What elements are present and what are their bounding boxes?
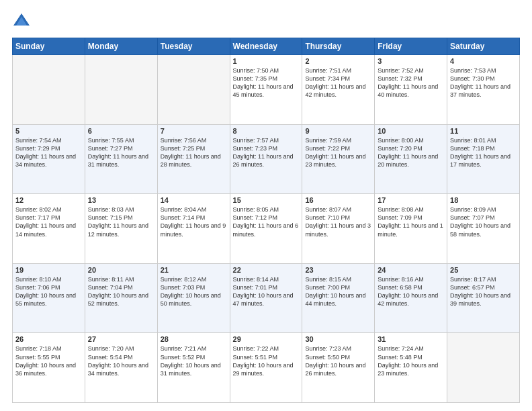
day-number: 17 xyxy=(378,196,444,204)
day-info: Sunrise: 8:08 AM Sunset: 7:09 PM Dayligh… xyxy=(378,205,444,238)
day-number: 31 xyxy=(378,335,444,343)
calendar-cell: 17Sunrise: 8:08 AM Sunset: 7:09 PM Dayli… xyxy=(375,194,447,264)
logo xyxy=(12,12,34,31)
calendar-cell: 23Sunrise: 8:15 AM Sunset: 7:00 PM Dayli… xyxy=(302,263,375,333)
day-info: Sunrise: 7:57 AM Sunset: 7:23 PM Dayligh… xyxy=(233,136,300,169)
day-number: 26 xyxy=(15,335,82,343)
day-number: 27 xyxy=(88,335,154,343)
calendar-cell: 29Sunrise: 7:22 AM Sunset: 5:51 PM Dayli… xyxy=(230,333,302,403)
day-info: Sunrise: 8:05 AM Sunset: 7:12 PM Dayligh… xyxy=(233,205,300,238)
calendar-cell: 20Sunrise: 8:11 AM Sunset: 7:04 PM Dayli… xyxy=(85,263,157,333)
day-info: Sunrise: 7:56 AM Sunset: 7:25 PM Dayligh… xyxy=(161,136,227,169)
calendar-cell: 2Sunrise: 7:51 AM Sunset: 7:34 PM Daylig… xyxy=(302,55,375,125)
day-number: 4 xyxy=(450,57,517,65)
day-info: Sunrise: 8:03 AM Sunset: 7:15 PM Dayligh… xyxy=(88,205,154,238)
calendar-cell: 28Sunrise: 7:21 AM Sunset: 5:52 PM Dayli… xyxy=(157,333,230,403)
calendar-cell: 5Sunrise: 7:54 AM Sunset: 7:29 PM Daylig… xyxy=(13,124,85,194)
day-number: 12 xyxy=(15,196,82,204)
day-number: 22 xyxy=(233,266,300,274)
calendar-cell: 30Sunrise: 7:23 AM Sunset: 5:50 PM Dayli… xyxy=(302,333,375,403)
day-number: 29 xyxy=(233,335,300,343)
calendar-cell: 18Sunrise: 8:09 AM Sunset: 7:07 PM Dayli… xyxy=(447,194,520,264)
day-number: 16 xyxy=(305,196,371,204)
day-number: 20 xyxy=(88,266,154,274)
weekday-header: Wednesday xyxy=(230,38,302,55)
day-info: Sunrise: 7:22 AM Sunset: 5:51 PM Dayligh… xyxy=(233,345,300,377)
day-number: 5 xyxy=(15,127,82,135)
day-number: 28 xyxy=(161,335,227,343)
day-number: 19 xyxy=(15,266,82,274)
day-info: Sunrise: 8:12 AM Sunset: 7:03 PM Dayligh… xyxy=(161,275,227,308)
weekday-header: Sunday xyxy=(13,38,85,55)
day-info: Sunrise: 7:50 AM Sunset: 7:35 PM Dayligh… xyxy=(233,66,300,99)
day-info: Sunrise: 7:52 AM Sunset: 7:32 PM Dayligh… xyxy=(378,66,444,99)
weekday-header: Monday xyxy=(85,38,157,55)
weekday-header: Thursday xyxy=(302,38,375,55)
day-info: Sunrise: 8:11 AM Sunset: 7:04 PM Dayligh… xyxy=(88,275,154,308)
calendar-cell: 14Sunrise: 8:04 AM Sunset: 7:14 PM Dayli… xyxy=(157,194,230,264)
day-number: 10 xyxy=(378,127,444,135)
calendar-cell: 4Sunrise: 7:53 AM Sunset: 7:30 PM Daylig… xyxy=(447,55,520,125)
day-info: Sunrise: 8:00 AM Sunset: 7:20 PM Dayligh… xyxy=(378,136,444,169)
day-number: 3 xyxy=(378,57,444,65)
day-info: Sunrise: 8:04 AM Sunset: 7:14 PM Dayligh… xyxy=(161,205,227,238)
calendar-cell xyxy=(85,55,157,125)
day-number: 9 xyxy=(305,127,371,135)
calendar-cell xyxy=(157,55,230,125)
day-number: 30 xyxy=(305,335,371,343)
day-info: Sunrise: 7:51 AM Sunset: 7:34 PM Dayligh… xyxy=(305,66,371,99)
calendar-cell: 7Sunrise: 7:56 AM Sunset: 7:25 PM Daylig… xyxy=(157,124,230,194)
calendar-table: SundayMondayTuesdayWednesdayThursdayFrid… xyxy=(12,38,520,403)
day-number: 14 xyxy=(161,196,227,204)
calendar-cell: 6Sunrise: 7:55 AM Sunset: 7:27 PM Daylig… xyxy=(85,124,157,194)
day-info: Sunrise: 7:55 AM Sunset: 7:27 PM Dayligh… xyxy=(88,136,154,169)
day-number: 8 xyxy=(233,127,300,135)
day-number: 24 xyxy=(378,266,444,274)
day-info: Sunrise: 7:20 AM Sunset: 5:54 PM Dayligh… xyxy=(88,345,154,377)
calendar-cell: 27Sunrise: 7:20 AM Sunset: 5:54 PM Dayli… xyxy=(85,333,157,403)
day-info: Sunrise: 7:24 AM Sunset: 5:48 PM Dayligh… xyxy=(378,345,444,377)
day-info: Sunrise: 8:02 AM Sunset: 7:17 PM Dayligh… xyxy=(15,205,82,238)
day-number: 15 xyxy=(233,196,300,204)
calendar-cell: 26Sunrise: 7:18 AM Sunset: 5:55 PM Dayli… xyxy=(13,333,85,403)
calendar-cell: 19Sunrise: 8:10 AM Sunset: 7:06 PM Dayli… xyxy=(13,263,85,333)
calendar-cell: 1Sunrise: 7:50 AM Sunset: 7:35 PM Daylig… xyxy=(230,55,302,125)
day-number: 23 xyxy=(305,266,371,274)
day-info: Sunrise: 7:54 AM Sunset: 7:29 PM Dayligh… xyxy=(15,136,82,169)
calendar-cell xyxy=(447,333,520,403)
calendar-cell: 10Sunrise: 8:00 AM Sunset: 7:20 PM Dayli… xyxy=(375,124,447,194)
calendar-cell: 22Sunrise: 8:14 AM Sunset: 7:01 PM Dayli… xyxy=(230,263,302,333)
day-info: Sunrise: 7:18 AM Sunset: 5:55 PM Dayligh… xyxy=(15,345,82,377)
logo-icon xyxy=(12,12,31,31)
day-info: Sunrise: 8:14 AM Sunset: 7:01 PM Dayligh… xyxy=(233,275,300,308)
day-info: Sunrise: 7:59 AM Sunset: 7:22 PM Dayligh… xyxy=(305,136,371,169)
calendar-cell: 25Sunrise: 8:17 AM Sunset: 6:57 PM Dayli… xyxy=(447,263,520,333)
day-number: 7 xyxy=(161,127,227,135)
day-info: Sunrise: 7:53 AM Sunset: 7:30 PM Dayligh… xyxy=(450,66,517,99)
day-number: 11 xyxy=(450,127,517,135)
calendar-cell: 8Sunrise: 7:57 AM Sunset: 7:23 PM Daylig… xyxy=(230,124,302,194)
page-header xyxy=(12,12,520,31)
day-info: Sunrise: 7:21 AM Sunset: 5:52 PM Dayligh… xyxy=(161,345,227,377)
day-number: 21 xyxy=(161,266,227,274)
day-info: Sunrise: 8:17 AM Sunset: 6:57 PM Dayligh… xyxy=(450,275,517,308)
day-info: Sunrise: 8:15 AM Sunset: 7:00 PM Dayligh… xyxy=(305,275,371,308)
day-info: Sunrise: 8:09 AM Sunset: 7:07 PM Dayligh… xyxy=(450,205,517,238)
calendar-cell: 21Sunrise: 8:12 AM Sunset: 7:03 PM Dayli… xyxy=(157,263,230,333)
calendar-cell: 13Sunrise: 8:03 AM Sunset: 7:15 PM Dayli… xyxy=(85,194,157,264)
calendar-cell: 16Sunrise: 8:07 AM Sunset: 7:10 PM Dayli… xyxy=(302,194,375,264)
day-number: 1 xyxy=(233,57,300,65)
day-info: Sunrise: 8:07 AM Sunset: 7:10 PM Dayligh… xyxy=(305,205,371,238)
day-info: Sunrise: 8:01 AM Sunset: 7:18 PM Dayligh… xyxy=(450,136,517,169)
day-number: 18 xyxy=(450,196,517,204)
calendar-cell: 3Sunrise: 7:52 AM Sunset: 7:32 PM Daylig… xyxy=(375,55,447,125)
day-number: 6 xyxy=(88,127,154,135)
calendar-cell: 11Sunrise: 8:01 AM Sunset: 7:18 PM Dayli… xyxy=(447,124,520,194)
weekday-header: Tuesday xyxy=(157,38,230,55)
day-number: 13 xyxy=(88,196,154,204)
calendar-cell: 12Sunrise: 8:02 AM Sunset: 7:17 PM Dayli… xyxy=(13,194,85,264)
day-info: Sunrise: 8:16 AM Sunset: 6:58 PM Dayligh… xyxy=(378,275,444,308)
calendar-cell: 24Sunrise: 8:16 AM Sunset: 6:58 PM Dayli… xyxy=(375,263,447,333)
calendar-cell: 15Sunrise: 8:05 AM Sunset: 7:12 PM Dayli… xyxy=(230,194,302,264)
weekday-header: Friday xyxy=(375,38,447,55)
